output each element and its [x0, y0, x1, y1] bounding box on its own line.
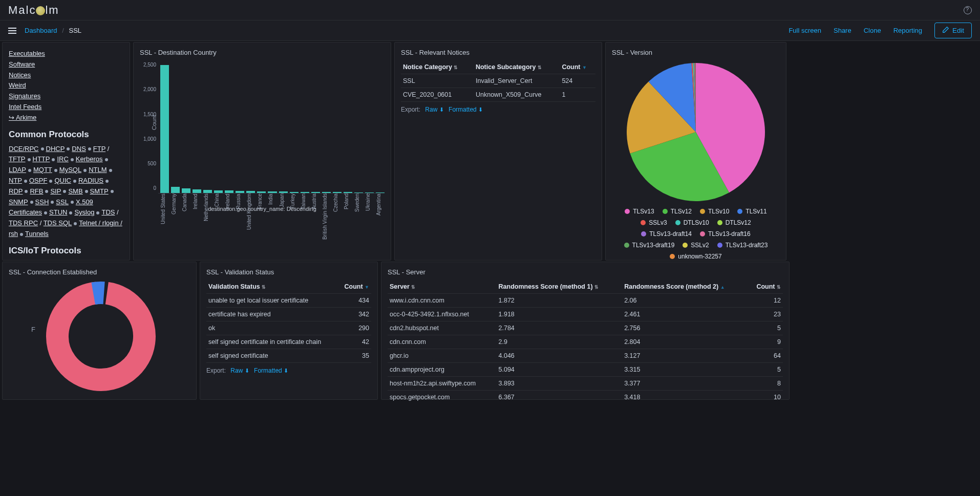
bar[interactable]	[290, 192, 299, 193]
sidebar-link[interactable]: RDP	[9, 187, 23, 195]
sidebar-link[interactable]: TDS RPC	[9, 219, 38, 227]
bar[interactable]	[160, 65, 169, 193]
sidebar-link[interactable]: Signatures	[9, 92, 40, 100]
sidebar-link[interactable]: Kerberos	[76, 155, 103, 163]
bar[interactable]	[182, 188, 190, 193]
menu-icon[interactable]	[8, 26, 16, 35]
col-rand1[interactable]: Randomness Score (method 1) ⇅	[497, 280, 623, 294]
sidebar-link[interactable]: SNMP	[9, 198, 28, 206]
bar[interactable]	[214, 190, 223, 193]
fullscreen-link[interactable]: Full screen	[789, 27, 821, 34]
legend-item[interactable]: TLSv13-draft16	[700, 230, 751, 238]
reporting-link[interactable]: Reporting	[893, 27, 922, 34]
col-server[interactable]: Server ⇅	[388, 280, 497, 294]
table-row[interactable]: www.i.cdn.cnn.com1.8722.0612	[388, 294, 783, 308]
col-valid-count[interactable]: Count ▼	[338, 280, 371, 294]
bar[interactable]	[171, 187, 180, 193]
legend-item[interactable]: unknown-32257	[670, 253, 721, 260]
bar[interactable]	[268, 191, 276, 193]
legend-item[interactable]: TLSv12	[663, 208, 692, 215]
col-subcategory[interactable]: Notice Subcategory ⇅	[474, 60, 560, 74]
sidebar-link[interactable]: SMB	[68, 187, 82, 195]
sidebar-link[interactable]: Weird	[9, 81, 26, 89]
sidebar-link[interactable]: Executables	[9, 50, 45, 57]
bar[interactable]	[246, 191, 255, 193]
legend-item[interactable]: TLSv10	[700, 208, 729, 215]
bar[interactable]	[354, 192, 363, 193]
table-row[interactable]: self signed certificate in certificate c…	[206, 335, 371, 349]
legend-item[interactable]: TLSv13-draft19	[624, 242, 675, 249]
legend-item[interactable]: TLSv13-draft14	[641, 230, 692, 238]
col-count[interactable]: Count ▼	[560, 60, 595, 74]
sidebar-link[interactable]: LDAP	[9, 166, 26, 174]
sidebar-link[interactable]: Tunnels	[25, 230, 49, 238]
legend-item[interactable]: SSLv3	[641, 219, 667, 226]
clone-link[interactable]: Clone	[864, 27, 881, 34]
export-formatted[interactable]: Formatted ⬇	[449, 106, 483, 113]
table-row[interactable]: ghcr.io4.0463.12764	[388, 349, 783, 363]
sidebar-link[interactable]: SMTP	[90, 187, 109, 195]
help-icon[interactable]	[964, 6, 972, 14]
export-formatted[interactable]: Formatted ⬇	[254, 367, 288, 374]
table-row[interactable]: spocs.getpocket.com6.3673.41810	[388, 391, 783, 402]
legend-item[interactable]: TLSv13	[625, 208, 654, 215]
sidebar-link[interactable]: TDS	[101, 208, 115, 216]
table-row[interactable]: self signed certificate35	[206, 349, 371, 363]
bar[interactable]	[333, 192, 342, 193]
bar[interactable]	[365, 192, 374, 193]
share-link[interactable]: Share	[834, 27, 851, 34]
col-rand2[interactable]: Randomness Score (method 2) ▲	[622, 280, 749, 294]
sidebar-link[interactable]: Notices	[9, 71, 31, 79]
edit-button[interactable]: Edit	[934, 23, 972, 38]
sidebar-link[interactable]: MQTT	[33, 166, 52, 174]
sidebar-link[interactable]: QUIC	[54, 177, 71, 184]
sidebar-link[interactable]: MySQL	[59, 166, 81, 174]
bar[interactable]	[344, 192, 352, 193]
table-row[interactable]: unable to get local issuer certificate43…	[206, 294, 371, 308]
bar[interactable]	[301, 192, 309, 193]
legend-item[interactable]: SSLv2	[683, 242, 709, 249]
sidebar-link[interactable]: SIP	[50, 187, 61, 195]
table-row[interactable]: ok290	[206, 321, 371, 335]
conn-donut[interactable]	[34, 280, 167, 393]
bar[interactable]	[257, 191, 266, 193]
bar[interactable]	[236, 191, 244, 193]
sidebar-link[interactable]: FTP	[93, 145, 105, 153]
legend-item[interactable]: TLSv11	[737, 208, 766, 215]
bar[interactable]	[225, 190, 233, 193]
table-row[interactable]: host-nm1h2z.api.swiftype.com3.8933.3778	[388, 377, 783, 391]
sidebar-link[interactable]: DNS	[72, 145, 86, 153]
sidebar-link[interactable]: Software	[9, 60, 35, 68]
sidebar-link[interactable]: HTTP	[33, 155, 50, 163]
sidebar-link[interactable]: NTLM	[89, 166, 106, 174]
bar[interactable]	[203, 190, 212, 193]
table-row[interactable]: CVE_2020_0601Unknown_X509_Curve1	[401, 88, 595, 102]
col-valid-status[interactable]: Validation Status ⇅	[206, 280, 338, 294]
bar[interactable]	[193, 189, 201, 193]
bar[interactable]	[279, 191, 288, 193]
col-server-count[interactable]: Count ⇅	[749, 280, 783, 294]
table-row[interactable]: certificate has expired342	[206, 308, 371, 321]
sidebar-link[interactable]: Intel Feeds	[9, 103, 41, 111]
bar[interactable]	[322, 192, 331, 193]
col-category[interactable]: Notice Category ⇅	[401, 60, 474, 74]
sidebar-link[interactable]: ↪ Arkime	[9, 114, 36, 121]
bar[interactable]	[376, 192, 385, 193]
bar[interactable]	[311, 192, 320, 193]
breadcrumb-root[interactable]: Dashboard	[25, 27, 57, 34]
sidebar-link[interactable]: NTP	[9, 177, 22, 184]
sidebar-link[interactable]: SSH	[35, 198, 49, 206]
sidebar-link[interactable]: OSPF	[29, 177, 47, 184]
legend-item[interactable]: DTLSv12	[717, 219, 751, 226]
legend-item[interactable]: DTLSv10	[675, 219, 709, 226]
sidebar-link[interactable]: Syslog	[74, 208, 94, 216]
sidebar-link[interactable]: TFTP	[9, 155, 26, 163]
table-row[interactable]: occ-0-425-3492.1.nflxso.net1.9182.46123	[388, 308, 783, 321]
sidebar-link[interactable]: STUN	[49, 208, 67, 216]
sidebar-link[interactable]: TDS SQL	[44, 219, 72, 227]
sidebar-link[interactable]: DCE/RPC	[9, 145, 39, 153]
export-raw[interactable]: Raw ⬇	[425, 106, 443, 113]
export-raw[interactable]: Raw ⬇	[230, 367, 249, 374]
table-row[interactable]: cdn.cnn.com2.92.8049	[388, 335, 783, 349]
version-pie[interactable]	[624, 60, 768, 204]
